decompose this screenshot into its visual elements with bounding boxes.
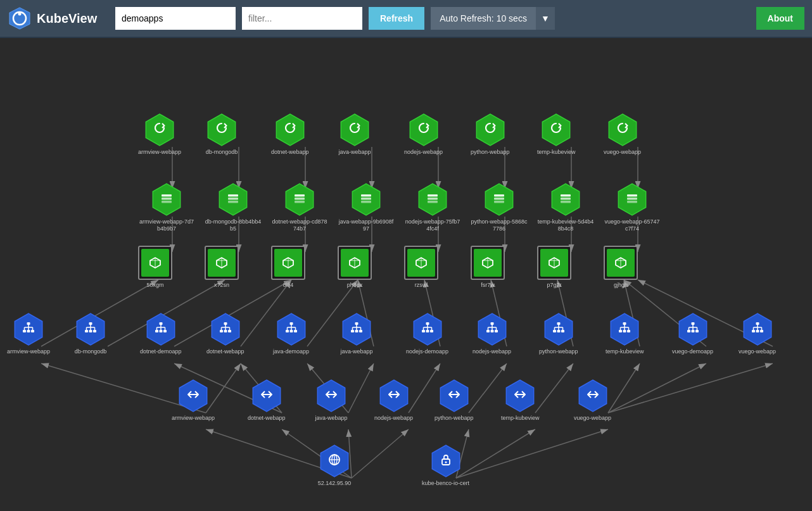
svg-rect-158 — [289, 330, 293, 332]
svg-rect-82 — [494, 201, 504, 203]
svg-rect-228 — [756, 330, 759, 332]
node-svc-temp[interactable]: temp-kubeview — [606, 312, 644, 355]
node-svc-vuego-demoapp[interactable]: vuego-demoapp — [672, 312, 713, 355]
node-svc-vuego-webapp[interactable]: vuego-webapp — [739, 312, 776, 355]
node-ing-python[interactable]: python-webapp — [435, 379, 474, 422]
node-svc-nodejs-webapp[interactable]: nodejs-webapp — [473, 312, 511, 355]
node-rs-armview[interactable]: armview-webapp-7d7b4b9b7 — [138, 182, 195, 232]
node-pod-gjhgh[interactable]: gjhgh — [604, 246, 638, 289]
node-ing-java[interactable]: java-webapp — [314, 379, 348, 422]
node-pod-x72sn[interactable]: x72sn — [205, 246, 239, 289]
node-label: dotnet-webapp-cd87874b7 — [271, 218, 328, 232]
svg-rect-61 — [162, 198, 172, 200]
svg-rect-206 — [623, 322, 626, 325]
node-pod-rzswl[interactable]: rzswl — [404, 246, 438, 289]
refresh-button[interactable]: Refresh — [369, 7, 424, 30]
node-ing-vuego[interactable]: vuego-webapp — [574, 379, 611, 422]
node-label: java-webapp — [340, 348, 372, 355]
svg-rect-187 — [486, 330, 490, 332]
namespace-input[interactable] — [115, 7, 236, 30]
svg-rect-88 — [627, 194, 637, 197]
node-rs-vuego[interactable]: vuego-webapp-65747c7f74 — [604, 182, 661, 232]
node-label: dotnet-webapp — [206, 348, 244, 355]
node-ing-armview[interactable]: armview-webapp — [172, 379, 215, 422]
node-label: ph8ox — [347, 282, 363, 289]
node-svc-java-demoapp[interactable]: java-demoapp — [273, 312, 309, 355]
node-rs-nodejs[interactable]: nodejs-webapp-75fb74fc4f — [404, 182, 461, 232]
svg-rect-84 — [561, 194, 571, 197]
node-label: java-webapp — [338, 149, 371, 156]
node-pod-ph8ox[interactable]: ph8ox — [338, 246, 372, 289]
svg-rect-86 — [561, 201, 571, 203]
node-label: vuego-webapp — [739, 348, 776, 355]
node-dep-armview[interactable]: armview-webapp — [138, 113, 181, 156]
node-svc-dotnet-demoapp[interactable]: dotnet-demoapp — [140, 312, 182, 355]
svg-line-37 — [348, 363, 374, 413]
node-dep-java[interactable]: java-webapp — [338, 113, 372, 156]
node-dep-python[interactable]: python-webapp — [471, 113, 510, 156]
node-dep-mongodb[interactable]: db-mongodb — [205, 113, 239, 156]
svg-rect-64 — [228, 194, 238, 197]
node-pod-fsr7w[interactable]: fsr7w — [471, 246, 505, 289]
filter-input[interactable] — [242, 7, 362, 30]
node-dep-dotnet[interactable]: dotnet-webapp — [271, 113, 309, 156]
svg-rect-196 — [557, 322, 560, 325]
svg-line-42 — [608, 363, 706, 413]
node-label: temp-kubeview — [501, 415, 540, 422]
svg-rect-197 — [553, 330, 556, 332]
node-pod-8lfj4[interactable]: 8lfj4 — [271, 246, 305, 289]
svg-rect-66 — [228, 201, 238, 203]
node-rs-temp[interactable]: temp-kubeview-5d4b48b4c8 — [537, 182, 594, 232]
svg-rect-77 — [428, 198, 438, 200]
node-rs-python[interactable]: python-webapp-5868c7786 — [471, 182, 528, 232]
node-ing-dotnet[interactable]: dotnet-webapp — [248, 379, 286, 422]
svg-rect-127 — [85, 330, 88, 332]
svg-rect-216 — [691, 322, 694, 325]
node-svc-mongodb[interactable]: db-mongodb — [73, 312, 108, 355]
auto-refresh-dropdown-button[interactable]: ▼ — [536, 7, 555, 30]
node-lb-ip[interactable]: 52.142.95.90 — [317, 444, 352, 487]
node-dep-temp[interactable]: temp-kubeview — [537, 113, 576, 156]
node-pod-58xgm[interactable]: 58xgm — [138, 246, 172, 289]
node-svc-dotnet-webapp[interactable]: dotnet-webapp — [206, 312, 244, 355]
node-label: python-webapp — [539, 348, 578, 355]
svg-rect-70 — [295, 201, 305, 203]
node-lb-kube[interactable]: kube-benco-io-cert — [422, 444, 469, 487]
node-svc-nodejs-demoapp[interactable]: nodejs-demoapp — [406, 312, 448, 355]
svg-rect-186 — [490, 322, 493, 325]
node-ing-nodejs[interactable]: nodejs-webapp — [374, 379, 413, 422]
svg-rect-178 — [426, 330, 429, 332]
svg-rect-157 — [286, 330, 289, 332]
node-pod-p7g7r[interactable]: p7g7r — [537, 246, 571, 289]
svg-rect-90 — [627, 201, 637, 203]
svg-rect-207 — [619, 330, 622, 332]
svg-rect-89 — [627, 198, 637, 200]
node-label: vuego-webapp — [604, 149, 641, 156]
svg-rect-60 — [162, 194, 172, 197]
kubeview-logo-icon — [8, 6, 32, 30]
node-svc-python-webapp[interactable]: python-webapp — [539, 312, 578, 355]
node-label: vuego-webapp-65747c7f74 — [604, 218, 661, 232]
node-label: nodejs-demoapp — [406, 348, 448, 355]
auto-refresh-button[interactable]: Auto Refresh: 10 secs — [431, 7, 536, 30]
node-rs-dotnet[interactable]: dotnet-webapp-cd87874b7 — [271, 182, 328, 232]
svg-rect-169 — [359, 330, 362, 332]
svg-rect-136 — [159, 322, 162, 325]
node-label: gjhgh — [614, 282, 628, 289]
node-rs-mongodb[interactable]: db-mongodb-8bb4bb4b5 — [205, 182, 262, 232]
node-dep-nodejs[interactable]: nodejs-webapp — [404, 113, 443, 156]
about-button[interactable]: About — [756, 7, 804, 30]
node-ing-temp[interactable]: temp-kubeview — [501, 379, 540, 422]
node-label: p7g7r — [547, 282, 561, 289]
svg-rect-166 — [355, 322, 358, 325]
svg-rect-146 — [224, 322, 227, 325]
node-label: nodejs-webapp — [473, 348, 511, 355]
svg-line-47 — [352, 429, 409, 478]
node-svc-java-webapp[interactable]: java-webapp — [339, 312, 374, 355]
node-label: 8lfj4 — [283, 282, 294, 289]
node-svc-armview[interactable]: armview-webapp — [7, 312, 50, 355]
node-rs-java[interactable]: java-webapp-9b6908f97 — [338, 182, 395, 232]
node-label: db-mongodb — [75, 348, 107, 355]
node-dep-vuego[interactable]: vuego-webapp — [604, 113, 641, 156]
svg-rect-139 — [163, 330, 167, 332]
